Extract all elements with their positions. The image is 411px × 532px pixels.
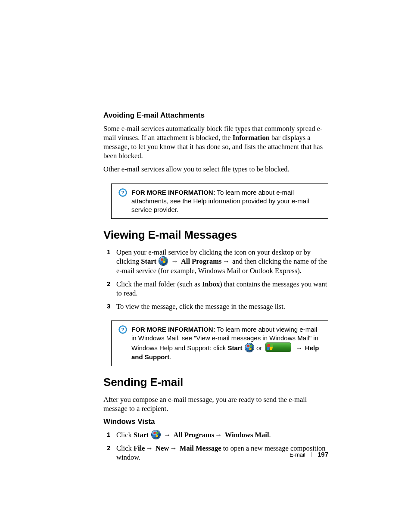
start-orb-icon: [152, 430, 160, 439]
heading-windows-vista: Windows Vista: [103, 417, 328, 426]
heading-viewing-messages: Viewing E-mail Messages: [103, 228, 328, 242]
heading-avoiding-attachments: Avoiding E-mail Attachments: [103, 111, 328, 120]
page-footer: E-mail 197: [290, 451, 328, 458]
question-icon: ?: [118, 188, 127, 197]
para-sending-intro: After you compose an e-mail message, you…: [103, 395, 328, 413]
footer-chapter: E-mail: [290, 451, 305, 458]
svg-text:?: ?: [121, 327, 124, 332]
text: Click: [116, 444, 134, 452]
info-note-1: ? FOR MORE INFORMATION: To learn more ab…: [111, 184, 328, 219]
arrow-icon: →: [146, 444, 155, 452]
term-information: Information: [233, 134, 270, 142]
document-page: Avoiding E-mail Attachments Some e-mail …: [0, 0, 411, 532]
term-start: Start: [134, 431, 149, 439]
term-mail-message: Mail Message: [180, 444, 221, 452]
info-note-2: ? FOR MORE INFORMATION: To learn more ab…: [111, 320, 328, 366]
text: .: [269, 431, 271, 439]
text: .: [169, 353, 171, 361]
arrow-icon: →: [215, 431, 224, 439]
step-2: Click the mail folder (such as Inbox) th…: [103, 280, 328, 298]
arrow-icon: →: [169, 257, 180, 265]
heading-sending-email: Sending E-mail: [103, 376, 328, 389]
term-all-programs: All Programs: [174, 431, 215, 439]
term-windows-mail: Windows Mail: [225, 431, 269, 439]
term-start: Start: [227, 344, 242, 352]
step-3: To view the message, click the message i…: [103, 302, 328, 311]
term-file: File: [134, 444, 145, 452]
term-start: Start: [141, 257, 156, 265]
text: Click the mail folder (such as: [116, 280, 202, 288]
step-1: Click Start → All Programs→ Windows Mail…: [103, 430, 328, 439]
start-orb-icon: [245, 343, 254, 352]
footer-separator: [311, 452, 311, 457]
question-icon: ?: [118, 325, 127, 334]
term-new: New: [156, 444, 169, 452]
footer-page-number: 197: [318, 451, 328, 458]
xp-start-button-icon: [265, 342, 291, 352]
svg-text:?: ?: [121, 190, 124, 195]
note-label: FOR MORE INFORMATION:: [131, 326, 215, 333]
arrow-icon: →: [170, 444, 179, 452]
steps-viewing: Open your e-mail service by clicking the…: [103, 248, 328, 311]
arrow-icon: →: [294, 344, 304, 352]
start-orb-icon: [159, 257, 168, 265]
para-attachments-2: Other e-mail services allow you to selec…: [103, 165, 328, 174]
text-or: or: [255, 344, 264, 352]
arrow-icon: →: [222, 257, 231, 265]
term-inbox: Inbox: [202, 280, 220, 288]
text: Click: [116, 431, 134, 439]
note-label: FOR MORE INFORMATION:: [131, 189, 215, 196]
term-all-programs: All Programs: [181, 257, 222, 265]
step-1: Open your e-mail service by clicking the…: [103, 248, 328, 275]
para-attachments-1: Some e-mail services automatically block…: [103, 124, 328, 160]
arrow-icon: →: [162, 431, 173, 439]
